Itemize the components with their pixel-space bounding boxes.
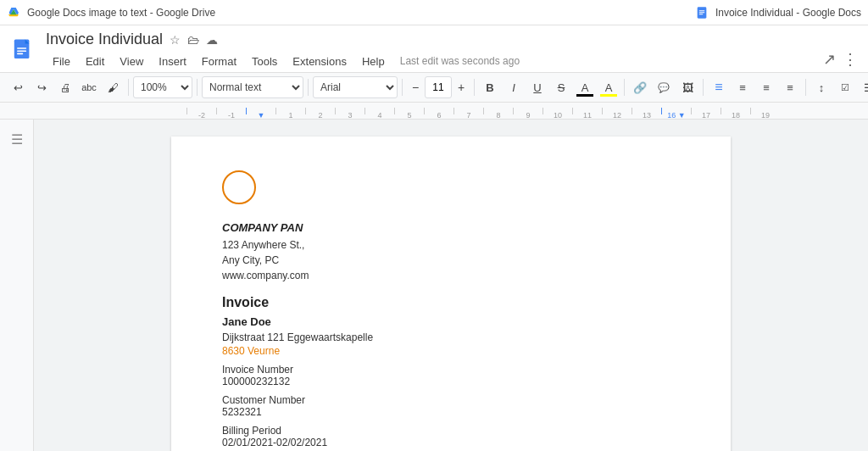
link-button[interactable]: 🔗 — [629, 76, 651, 98]
ruler-inner: -2 -1 ▼ 1 2 3 4 5 6 7 8 9 10 11 12 13 16… — [186, 108, 780, 114]
bold-button[interactable]: B — [479, 76, 501, 98]
docs-tab-title: Invoice Individual - Google Docs — [715, 7, 861, 19]
ruler-mark: 18 — [721, 108, 750, 114]
image-button[interactable]: 🖼 — [676, 76, 698, 98]
font-size-input[interactable] — [425, 76, 452, 98]
italic-button[interactable]: I — [503, 76, 525, 98]
address-website: www.company.com — [222, 268, 680, 283]
paint-format-button[interactable]: 🖌 — [102, 76, 124, 98]
doc-scroll-area[interactable]: COMPANY PAN 123 Anywhere St., Any City, … — [34, 120, 868, 451]
strikethrough-button[interactable]: S — [550, 76, 572, 98]
doc-title: Invoice Individual — [46, 31, 163, 48]
zoom-select[interactable]: 100% 75% 125% 150% — [133, 76, 192, 98]
ruler-mark: 8 — [483, 108, 513, 114]
svg-rect-1 — [699, 10, 705, 11]
underline-button[interactable]: U — [526, 76, 548, 98]
ruler-mark: 1 — [275, 108, 305, 114]
ruler-mark: ▼ — [246, 108, 275, 114]
recipient-street: Dijkstraat 121 Eggewaartskapelle — [222, 330, 680, 345]
billing-period-value: 02/01/2021-02/02/2021 — [222, 437, 680, 448]
highlight-color-button[interactable]: A — [598, 76, 620, 98]
ruler-mark: 16 ▼ — [661, 108, 691, 114]
align-center-button[interactable]: ≡ — [732, 76, 754, 98]
ruler-mark: 7 — [453, 108, 483, 114]
font-size-increase-button[interactable]: + — [453, 76, 470, 98]
align-right-button[interactable]: ≡ — [755, 76, 777, 98]
sidebar-panel: ☰ — [0, 120, 34, 451]
invoice-number-label: Invoice Number — [222, 364, 680, 376]
invoice-number-value: 100000232132 — [222, 376, 680, 387]
font-select[interactable]: Arial Times New Roman Courier New — [313, 76, 398, 98]
divider-7 — [703, 79, 704, 96]
outline-icon[interactable]: ☰ — [11, 131, 23, 148]
align-left-button[interactable]: ≡ — [708, 76, 730, 98]
ruler-mark: -2 — [186, 108, 216, 114]
folder-button[interactable]: 🗁 — [187, 33, 199, 47]
chart-icon[interactable]: ↗ — [823, 50, 836, 69]
invoice-title: Invoice — [222, 295, 680, 310]
menu-file[interactable]: File — [46, 52, 77, 71]
font-size-decrease-button[interactable]: − — [407, 76, 424, 98]
app-docs-icon — [10, 38, 37, 65]
text-style-select[interactable]: Normal text Heading 1 Heading 2 Heading … — [202, 76, 303, 98]
header-right: ↗ ⋮ — [823, 50, 858, 72]
customer-number-label: Customer Number — [222, 394, 680, 406]
align-justify-button[interactable]: ≡ — [779, 76, 801, 98]
document-page: COMPANY PAN 123 Anywhere St., Any City, … — [171, 136, 731, 451]
highlight-color-bar — [600, 94, 617, 97]
font-color-bar — [576, 94, 593, 97]
print-button[interactable]: 🖨 — [54, 76, 76, 98]
recipient-city: 8630 Veurne — [222, 345, 680, 357]
doc-title-area: Invoice Individual ☆ 🗁 ☁ File Edit View … — [46, 31, 858, 72]
last-edit-status: Last edit was seconds ago — [400, 55, 520, 67]
line-spacing-button[interactable]: ↕ — [810, 76, 832, 98]
main-area: ☰ COMPANY PAN 123 Anywhere St., Any City… — [0, 120, 868, 451]
billing-period-label: Billing Period — [222, 425, 680, 437]
app-header: Invoice Individual ☆ 🗁 ☁ File Edit View … — [0, 25, 868, 73]
google-docs-icon — [695, 6, 709, 19]
title-bar-left: Google Docs image to text - Google Drive — [7, 6, 215, 19]
ruler-mark: 3 — [335, 108, 364, 114]
company-name: COMPANY PAN — [222, 221, 680, 234]
recipient-name: Jane Doe — [222, 315, 680, 328]
comment-button[interactable]: 💬 — [653, 76, 675, 98]
menu-extensions[interactable]: Extensions — [286, 52, 353, 71]
menu-dots-icon[interactable]: ⋮ — [843, 50, 858, 69]
svg-rect-2 — [699, 12, 705, 13]
menu-tools[interactable]: Tools — [245, 52, 284, 71]
ruler-mark: 17 — [691, 108, 721, 114]
font-color-button[interactable]: A — [574, 76, 596, 98]
ruler-mark: 11 — [572, 108, 602, 114]
ruler-mark: 13 — [632, 108, 661, 114]
star-button[interactable]: ☆ — [170, 33, 181, 47]
company-logo-circle — [222, 170, 256, 204]
ruler-mark: 10 — [542, 108, 572, 114]
redo-button[interactable]: ↪ — [31, 76, 53, 98]
toolbar: ↩ ↪ 🖨 abc 🖌 100% 75% 125% 150% Normal te… — [0, 73, 868, 103]
browser-title-bar: Google Docs image to text - Google Drive… — [0, 0, 868, 25]
ruler-mark: -1 — [216, 108, 246, 114]
menu-edit[interactable]: Edit — [79, 52, 111, 71]
drive-tab-title: Google Docs image to text - Google Drive — [27, 7, 215, 19]
ruler-mark: 19 — [750, 108, 780, 114]
menu-format[interactable]: Format — [195, 52, 243, 71]
divider-3 — [308, 79, 309, 96]
menu-help[interactable]: Help — [355, 52, 392, 71]
divider-5 — [474, 79, 475, 96]
bullet-list-button[interactable]: ☰ — [858, 76, 868, 98]
menu-view[interactable]: View — [113, 52, 150, 71]
undo-button[interactable]: ↩ — [7, 76, 29, 98]
menu-bar: File Edit View Insert Format Tools Exten… — [46, 52, 520, 71]
cloud-button[interactable]: ☁ — [206, 33, 218, 47]
address-line-1: 123 Anywhere St., — [222, 237, 680, 253]
divider-6 — [624, 79, 625, 96]
svg-rect-6 — [17, 50, 26, 52]
ruler-mark: 12 — [602, 108, 632, 114]
divider-2 — [197, 79, 198, 96]
menu-insert[interactable]: Insert — [152, 52, 193, 71]
checklist-button[interactable]: ☑ — [834, 76, 856, 98]
customer-number-value: 5232321 — [222, 406, 680, 418]
divider-1 — [128, 79, 129, 96]
divider-8 — [805, 79, 806, 96]
spellcheck-button[interactable]: abc — [78, 76, 100, 98]
